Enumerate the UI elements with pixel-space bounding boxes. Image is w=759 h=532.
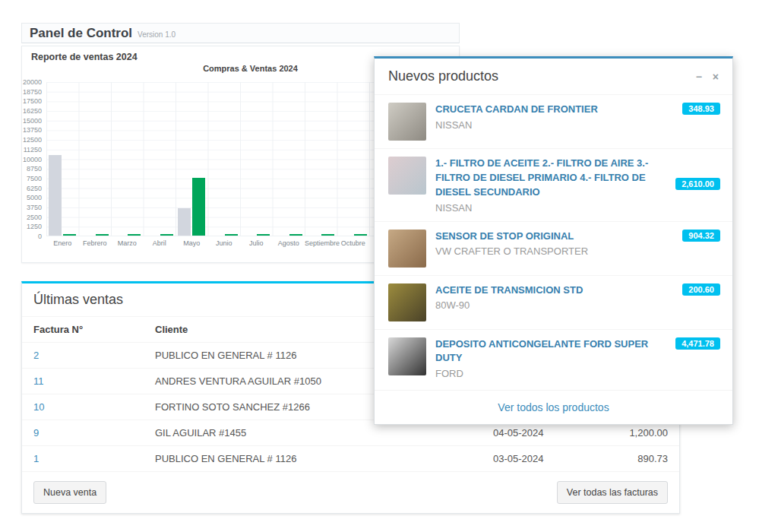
bar-ventas bbox=[321, 234, 334, 236]
product-title[interactable]: DEPOSITO ANTICONGELANTE FORD SUPER DUTY bbox=[435, 337, 666, 366]
y-tick-label: 20000 bbox=[21, 79, 42, 86]
x-tick-label: Septiembre bbox=[305, 239, 337, 247]
x-tick-label: Agosto bbox=[273, 239, 305, 247]
y-tick-label: 5000 bbox=[21, 195, 42, 201]
chart-month-group bbox=[240, 82, 273, 236]
product-subtitle: NISSAN bbox=[435, 202, 716, 214]
price-badge: 348.93 bbox=[682, 103, 720, 115]
product-subtitle: FORD bbox=[435, 368, 666, 379]
product-photo bbox=[388, 230, 426, 268]
x-tick-label: Enero bbox=[46, 239, 79, 247]
bar-ventas bbox=[289, 234, 302, 236]
product-list-item[interactable]: DEPOSITO ANTICONGELANTE FORD SUPER DUTY … bbox=[375, 330, 732, 391]
invoice-link[interactable]: 9 bbox=[33, 427, 39, 439]
product-subtitle: 80W-90 bbox=[435, 299, 666, 311]
all-invoices-button[interactable]: Ver todas las facturas bbox=[557, 481, 668, 504]
y-tick-label: 11250 bbox=[21, 147, 42, 154]
y-tick-label: 7500 bbox=[21, 176, 42, 182]
price-badge: 200.60 bbox=[682, 283, 720, 296]
bar-ventas bbox=[354, 234, 367, 236]
chart-y-axis: 2000018750175001625015000137501250011250… bbox=[22, 82, 43, 236]
new-products-modal: Nuevos productos − × CRUCETA CARDAN DE F… bbox=[374, 56, 733, 425]
page-header: Panel de Control Version 1.0 bbox=[21, 23, 460, 43]
chart-month-group bbox=[273, 82, 305, 236]
y-tick-label: 10000 bbox=[21, 157, 42, 163]
close-icon[interactable]: × bbox=[713, 71, 719, 82]
product-list-item[interactable]: ACEITE DE TRANSMICION STD 80W-90 200.60 bbox=[375, 276, 732, 330]
product-title[interactable]: ACEITE DE TRANSMICION STD bbox=[435, 283, 666, 298]
product-list-item[interactable]: SENSOR DE STOP ORIGINAL VW CRAFTER O TRA… bbox=[375, 222, 732, 276]
bar-ventas bbox=[96, 234, 109, 236]
y-tick-label: 2500 bbox=[21, 214, 42, 221]
y-tick-label: 6250 bbox=[21, 185, 42, 192]
bar-ventas bbox=[192, 178, 205, 236]
chart-month-group bbox=[144, 82, 176, 236]
invoice-link[interactable]: 2 bbox=[33, 350, 39, 361]
product-photo bbox=[388, 103, 426, 141]
chart-month-group bbox=[176, 82, 208, 236]
chart-month-group bbox=[208, 82, 241, 236]
dashboard-page: Panel de Control Version 1.0 Reporte de … bbox=[0, 0, 759, 532]
bar-ventas bbox=[63, 234, 76, 236]
bar-compras bbox=[178, 208, 191, 236]
x-tick-label: Junio bbox=[208, 239, 241, 247]
date-cell: 03-05-2024 bbox=[482, 446, 588, 472]
y-tick-label: 13750 bbox=[21, 127, 42, 134]
x-tick-label: Octubre bbox=[337, 239, 370, 247]
header-invoice: Factura N° bbox=[22, 317, 144, 343]
product-photo bbox=[388, 337, 426, 375]
bar-ventas bbox=[128, 234, 141, 236]
x-tick-label: Marzo bbox=[111, 239, 144, 247]
minimize-icon[interactable]: − bbox=[696, 71, 702, 82]
price-badge: 904.32 bbox=[682, 230, 720, 242]
product-title[interactable]: CRUCETA CARDAN DE FRONTIER bbox=[435, 103, 666, 117]
product-photo bbox=[388, 283, 426, 321]
client-cell: PUBLICO EN GENERAL # 1126 bbox=[144, 446, 482, 472]
chart-month-group bbox=[337, 82, 370, 236]
modal-footer: Ver todos los productos bbox=[375, 391, 732, 424]
chart-month-group bbox=[79, 82, 112, 236]
product-photo bbox=[388, 157, 426, 195]
chart-month-group bbox=[46, 82, 79, 236]
product-title[interactable]: SENSOR DE STOP ORIGINAL bbox=[435, 230, 666, 244]
y-tick-label: 15000 bbox=[21, 118, 42, 125]
amount-cell: 890.73 bbox=[588, 446, 679, 472]
modal-title: Nuevos productos bbox=[388, 68, 498, 84]
y-tick-label: 1250 bbox=[21, 223, 42, 230]
product-subtitle: NISSAN bbox=[435, 119, 666, 131]
chart-month-group bbox=[111, 82, 144, 236]
latest-sales-title: Últimas ventas bbox=[33, 292, 123, 307]
price-badge: 4,471.78 bbox=[675, 337, 720, 350]
y-tick-label: 0 bbox=[21, 233, 42, 240]
chart-month-group bbox=[305, 82, 337, 236]
page-version: Version 1.0 bbox=[138, 30, 176, 39]
latest-sales-footer: Nueva venta Ver todas las facturas bbox=[22, 472, 679, 513]
y-tick-label: 16250 bbox=[21, 108, 42, 115]
table-row: 1 PUBLICO EN GENERAL # 1126 03-05-2024 8… bbox=[22, 446, 679, 472]
invoice-link[interactable]: 11 bbox=[33, 375, 44, 387]
product-list-item[interactable]: CRUCETA CARDAN DE FRONTIER NISSAN 348.93 bbox=[375, 95, 732, 149]
page-title: Panel de Control bbox=[30, 26, 132, 41]
y-tick-label: 3750 bbox=[21, 204, 42, 211]
new-sale-button[interactable]: Nueva venta bbox=[33, 481, 106, 504]
product-subtitle: VW CRAFTER O TRANSPORTER bbox=[435, 245, 666, 257]
y-tick-label: 12500 bbox=[21, 137, 42, 144]
y-tick-label: 18750 bbox=[21, 89, 42, 96]
x-tick-label: Abril bbox=[144, 239, 176, 247]
bar-ventas bbox=[160, 234, 173, 236]
price-badge: 2,610.00 bbox=[675, 178, 720, 190]
invoice-link[interactable]: 1 bbox=[33, 453, 39, 464]
y-tick-label: 8750 bbox=[21, 166, 42, 173]
x-tick-label: Febrero bbox=[79, 239, 112, 247]
y-tick-label: 17500 bbox=[21, 98, 42, 105]
bar-compras bbox=[49, 155, 62, 236]
invoice-link[interactable]: 10 bbox=[33, 401, 44, 413]
product-title[interactable]: 1.- FILTRO DE ACEITE 2.- FILTRO DE AIRE … bbox=[435, 157, 716, 200]
bar-ventas bbox=[257, 234, 270, 236]
bar-ventas bbox=[225, 234, 238, 236]
modal-header: Nuevos productos − × bbox=[375, 59, 732, 95]
product-list-item[interactable]: 1.- FILTRO DE ACEITE 2.- FILTRO DE AIRE … bbox=[375, 149, 732, 222]
x-tick-label: Mayo bbox=[176, 239, 208, 247]
view-all-products-link[interactable]: Ver todos los productos bbox=[498, 401, 609, 413]
x-tick-label: Julio bbox=[240, 239, 273, 247]
